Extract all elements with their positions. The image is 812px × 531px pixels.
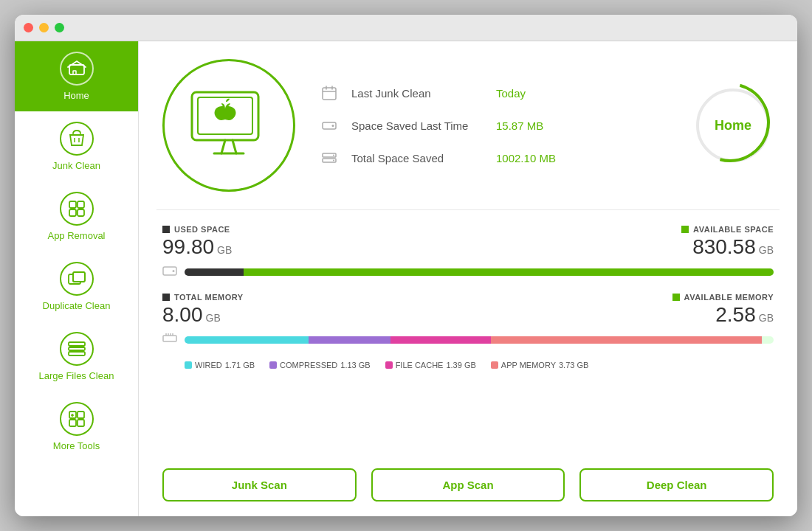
file-cache-label: FILE CACHE: [396, 361, 444, 369]
memory-legend: WIRED 1.71 GB COMPRESSED 1.13 GB FILE CA…: [185, 361, 774, 369]
sidebar: Home Junk Clean: [15, 41, 139, 516]
memory-usage-bar: [185, 336, 774, 344]
wired-bar: [185, 336, 309, 344]
used-space-label: USED SPACE: [162, 225, 232, 234]
svg-rect-25: [323, 88, 336, 100]
space-saved-row: Space Saved Last Time 15.87 MB: [319, 115, 669, 136]
disk-space-labels: USED SPACE 99.80 GB AVAILABLE SPACE: [162, 225, 774, 259]
maximize-button[interactable]: [55, 23, 64, 32]
sidebar-item-more-tools[interactable]: More Tools: [15, 392, 138, 462]
disk-usage-bar: [185, 268, 774, 276]
storage-section: USED SPACE 99.80 GB AVAILABLE SPACE: [139, 210, 797, 384]
sidebar-large-files-label: Large Files Clean: [39, 370, 114, 381]
memory-labels: TOTAL MEMORY 8.00 GB AVAILABLE MEMORY: [162, 293, 774, 327]
compressed-dot: [269, 361, 277, 369]
svg-rect-0: [69, 65, 84, 74]
total-memory-label: TOTAL MEMORY: [162, 293, 244, 302]
titlebar: [15, 15, 797, 41]
app-window: Home Junk Clean: [15, 15, 797, 516]
home-circle-button[interactable]: Home: [696, 88, 770, 162]
wired-label: WIRED: [195, 361, 222, 369]
used-space-value: 99.80: [162, 235, 214, 259]
mac-illustration: [162, 59, 295, 192]
sidebar-item-app-removal[interactable]: App Removal: [15, 181, 138, 251]
svg-point-34: [333, 160, 334, 162]
junk-clean-icon-circle: [60, 122, 94, 156]
more-tools-icon-circle: [60, 402, 94, 436]
memory-bar-container: [162, 331, 774, 349]
sidebar-junk-clean-label: Junk Clean: [52, 160, 100, 171]
app-scan-button[interactable]: App Scan: [371, 468, 565, 502]
app-memory-bar: [491, 336, 762, 344]
total-memory-value: 8.00: [162, 303, 203, 327]
wired-dot: [185, 361, 192, 369]
last-junk-clean-row: Last Junk Clean Today: [319, 83, 669, 103]
svg-rect-6: [69, 209, 76, 216]
top-section: Last Junk Clean Today Space Saved Last T…: [139, 41, 797, 209]
available-memory-value: 2.58: [715, 303, 756, 327]
svg-rect-7: [78, 209, 84, 216]
used-space-unit: GB: [217, 244, 232, 256]
total-memory-color: [162, 294, 170, 301]
svg-rect-18: [69, 420, 76, 426]
deep-clean-button[interactable]: Deep Clean: [579, 468, 774, 502]
sidebar-item-duplicate-clean[interactable]: Duplicate Clean: [15, 251, 138, 322]
free-memory-bar: [762, 336, 774, 344]
svg-rect-13: [69, 352, 85, 355]
minimize-button[interactable]: [39, 23, 49, 32]
svg-rect-5: [78, 201, 84, 208]
total-space-saved-value: 1002.10 MB: [496, 152, 556, 164]
wired-value: 1.71 GB: [225, 361, 255, 369]
close-button[interactable]: [24, 23, 33, 32]
last-junk-clean-value: Today: [496, 87, 526, 100]
svg-rect-17: [78, 412, 84, 418]
sidebar-home-label: Home: [63, 90, 89, 101]
calendar-icon: [319, 83, 340, 103]
available-space-value: 830.58: [692, 235, 756, 259]
file-cache-value: 1.39 GB: [446, 361, 475, 369]
space-saved-label: Space Saved Last Time: [351, 119, 484, 132]
sidebar-more-tools-label: More Tools: [53, 440, 100, 451]
last-junk-clean-label: Last Junk Clean: [351, 87, 484, 100]
available-memory-unit: GB: [759, 312, 774, 324]
svg-rect-37: [163, 336, 176, 341]
legend-app-memory: APP MEMORY 3.73 GB: [491, 361, 589, 369]
main-content: Home Junk Clean: [15, 41, 797, 516]
duplicate-clean-icon-circle: [60, 262, 94, 296]
sidebar-item-home[interactable]: Home: [15, 41, 138, 111]
stats-section: Last Junk Clean Today Space Saved Last T…: [319, 83, 669, 168]
app-memory-dot: [491, 361, 498, 369]
content-area: Last Junk Clean Today Space Saved Last T…: [139, 41, 797, 516]
total-space-saved-row: Total Space Saved 1002.10 MB: [319, 148, 669, 168]
large-files-icon-circle: [60, 332, 94, 366]
app-removal-icon-circle: [60, 192, 94, 226]
junk-scan-button[interactable]: Junk Scan: [162, 468, 357, 502]
sidebar-app-removal-label: App Removal: [47, 230, 105, 241]
file-cache-bar: [390, 336, 491, 344]
disk-icon: [162, 263, 177, 281]
svg-rect-1: [73, 71, 76, 74]
total-space-saved-label: Total Space Saved: [351, 152, 484, 164]
svg-line-23: [233, 140, 236, 153]
svg-rect-12: [69, 347, 85, 350]
svg-point-36: [173, 270, 175, 272]
available-space-label: AVAILABLE SPACE: [681, 225, 774, 234]
home-icon-circle: [60, 52, 94, 86]
available-memory-color: [672, 294, 680, 301]
home-button-container: Home: [692, 88, 774, 162]
svg-point-33: [333, 155, 334, 156]
svg-rect-4: [69, 201, 76, 208]
used-space-color: [162, 226, 170, 233]
hdd-icon: [319, 115, 340, 136]
legend-wired: WIRED 1.71 GB: [185, 361, 255, 369]
available-space-unit: GB: [759, 244, 774, 256]
sidebar-item-large-files[interactable]: Large Files Clean: [15, 322, 138, 392]
available-bar: [244, 268, 774, 276]
sidebar-duplicate-clean-label: Duplicate Clean: [43, 300, 111, 311]
compressed-label: COMPRESSED: [280, 361, 337, 369]
home-circle-text: Home: [715, 118, 751, 133]
space-saved-value: 15.87 MB: [496, 119, 543, 132]
app-memory-value: 3.73 GB: [559, 361, 588, 369]
file-cache-dot: [385, 361, 393, 369]
sidebar-item-junk-clean[interactable]: Junk Clean: [15, 111, 138, 181]
